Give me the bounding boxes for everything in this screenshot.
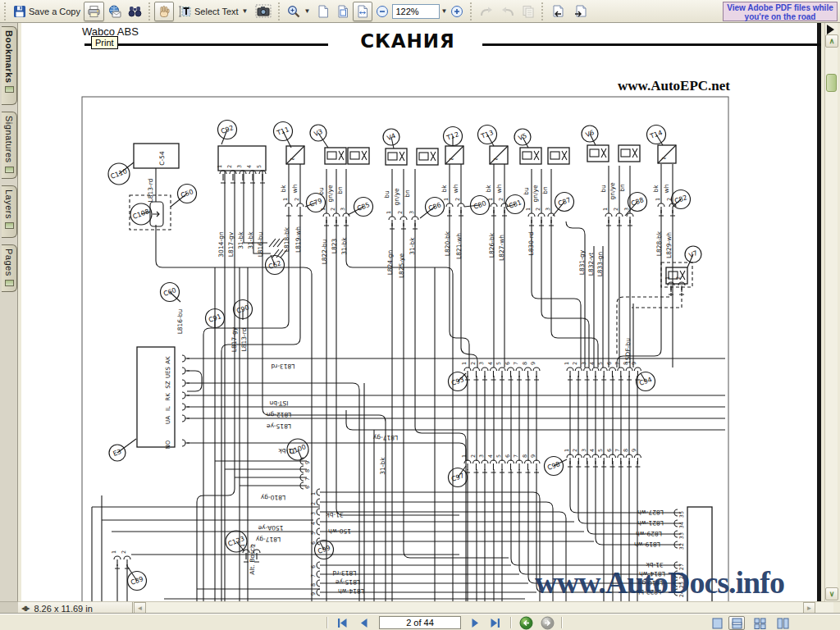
svg-text:9: 9: [530, 454, 536, 458]
svg-text:31-bk: 31-bk: [340, 237, 348, 255]
zoom-out-button[interactable]: [372, 2, 392, 21]
svg-text:3: 3: [478, 454, 485, 458]
svg-text:6: 6: [504, 362, 511, 365]
next-view-button-status[interactable]: [540, 616, 555, 629]
snapshot-button[interactable]: [252, 2, 275, 21]
svg-text:C60: C60: [162, 286, 177, 298]
svg-text:31-bk: 31-bk: [326, 511, 344, 518]
save-a-copy-button[interactable]: Save a Copy: [10, 2, 84, 21]
toolbar-grip[interactable]: [2, 2, 8, 21]
vertical-scrollbar[interactable]: ∧ ∨: [824, 23, 838, 601]
previous-page-button[interactable]: [356, 616, 371, 629]
toolbar-grip[interactable]: [468, 2, 474, 21]
page-number-field[interactable]: [379, 616, 461, 629]
svg-text:V7: V7: [687, 249, 698, 259]
toolbar-grip[interactable]: [147, 2, 153, 21]
page-fit-icon: [336, 5, 349, 18]
redo-button[interactable]: [497, 2, 518, 21]
tab-layers-label: Layers: [4, 189, 14, 219]
last-page-button[interactable]: [487, 616, 502, 629]
navigation-tabstrip: Bookmarks Signatures Layers Pages: [0, 23, 18, 601]
layers-icon: [5, 222, 14, 229]
zoom-in-button[interactable]: [447, 2, 467, 21]
svg-text:5: 5: [597, 449, 604, 452]
svg-text:1: 1: [655, 198, 661, 201]
svg-text:L816-bu: L816-bu: [176, 308, 184, 334]
email-globe-icon: [107, 5, 121, 18]
copy-button[interactable]: [518, 2, 538, 21]
hand-tool-button[interactable]: [154, 2, 174, 21]
toolbar-grip[interactable]: [276, 2, 282, 21]
svg-text:2: 2: [294, 198, 300, 201]
svg-text:C89: C89: [130, 575, 144, 587]
pane-toggle-arrow-icon[interactable]: [827, 25, 834, 34]
toolbar-grip[interactable]: [540, 2, 546, 21]
previous-page-icon: [358, 618, 369, 628]
svg-text:2: 2: [454, 198, 461, 201]
svg-text:AK: AK: [165, 356, 171, 364]
actual-size-button[interactable]: [313, 2, 333, 21]
tab-signatures[interactable]: Signatures: [2, 112, 17, 179]
svg-text:L821-wh: L821-wh: [455, 233, 463, 259]
svg-text:bn: bn: [541, 186, 549, 194]
tab-bookmarks[interactable]: Bookmarks: [2, 26, 17, 105]
svg-text:L829-wh: L829-wh: [636, 530, 662, 537]
vertical-scroll-thumb[interactable]: [826, 74, 837, 92]
single-page-view-button[interactable]: [709, 616, 725, 630]
scroll-up-button[interactable]: ∧: [825, 34, 838, 48]
svg-text:31-bk: 31-bk: [237, 231, 244, 249]
tab-layers[interactable]: Layers: [2, 185, 17, 238]
facing-view-button[interactable]: [751, 616, 768, 630]
svg-text:3: 3: [545, 208, 551, 211]
svg-text:9: 9: [631, 449, 637, 452]
previous-view-button-status[interactable]: [518, 616, 533, 629]
adobe-ad-banner[interactable]: View Adobe PDF files while you're on the…: [723, 2, 838, 21]
svg-text:V4: V4: [386, 132, 396, 142]
zoom-level-dropdown-caret[interactable]: ▼: [441, 7, 447, 15]
select-text-dropdown-caret[interactable]: ▼: [242, 7, 249, 15]
facing-pages-icon: [754, 618, 766, 629]
svg-text:2: 2: [121, 550, 127, 554]
fit-width-button[interactable]: [353, 2, 372, 21]
svg-text:L810-gy: L810-gy: [260, 494, 285, 501]
zoom-tool-dropdown-caret[interactable]: ▼: [304, 7, 311, 15]
zoom-in-tool-button[interactable]: ▼: [284, 2, 314, 21]
next-view-button[interactable]: [568, 2, 590, 21]
continuous-facing-view-button[interactable]: [774, 616, 791, 630]
svg-text:C79: C79: [308, 197, 323, 208]
svg-text:C-54: C-54: [158, 151, 166, 166]
email-button[interactable]: [104, 2, 125, 21]
splitter-icon[interactable]: ◂▮▸: [21, 605, 29, 612]
select-text-button[interactable]: Select Text ▼: [174, 2, 252, 21]
save-a-copy-label: Save a Copy: [29, 7, 80, 16]
print-tooltip: Print: [91, 36, 118, 49]
svg-text:gn/ye: gn/ye: [609, 182, 616, 199]
continuous-view-button[interactable]: [728, 616, 745, 630]
tab-pages-label: Pages: [4, 249, 14, 276]
tab-pages[interactable]: Pages: [2, 244, 17, 292]
search-button[interactable]: [125, 2, 145, 21]
svg-text:C50: C50: [180, 188, 194, 199]
undo-button[interactable]: [476, 2, 497, 21]
next-page-button[interactable]: [468, 616, 482, 629]
scroll-left-button[interactable]: ◄: [134, 602, 146, 614]
svg-text:2: 2: [613, 208, 619, 211]
horizontal-scrollbar[interactable]: ◂▮▸ 8.26 x 11.69 in ◄ ►: [18, 601, 840, 614]
svg-text:L829-wh: L829-wh: [665, 232, 673, 258]
svg-text:L815-ye: L815-ye: [336, 578, 361, 586]
svg-text:L817-gy: L817-gy: [231, 326, 238, 352]
scroll-down-button[interactable]: ∨: [825, 587, 838, 600]
svg-text:1: 1: [664, 276, 671, 280]
fit-page-button[interactable]: [333, 2, 353, 21]
previous-view-circle-icon: [519, 616, 533, 630]
first-page-button[interactable]: [335, 616, 349, 629]
previous-view-button[interactable]: [547, 2, 568, 21]
svg-text:4: 4: [246, 165, 253, 168]
svg-text:2: 2: [572, 449, 578, 452]
print-button[interactable]: [84, 2, 104, 21]
zoom-level-field[interactable]: [392, 4, 440, 19]
svg-text:1: 1: [443, 198, 450, 201]
scroll-right-button[interactable]: ►: [803, 602, 815, 614]
last-page-icon: [490, 618, 500, 628]
svg-text:2: 2: [675, 276, 682, 280]
